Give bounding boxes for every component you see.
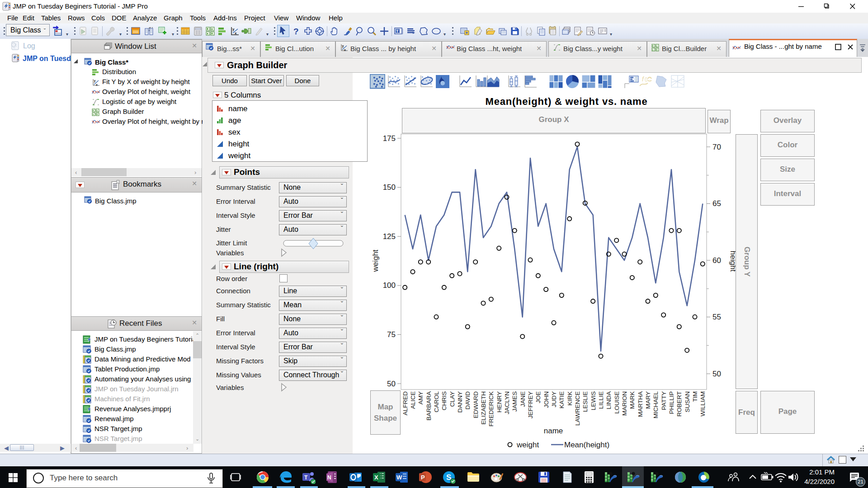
svg-text:BARBARA: BARBARA: [425, 391, 432, 421]
svg-text:75: 75: [387, 330, 396, 339]
svg-text:ELIZABETH: ELIZABETH: [480, 391, 487, 425]
svg-text:P: P: [421, 474, 425, 481]
svg-text:LINDA: LINDA: [605, 391, 612, 409]
svg-text:50: 50: [387, 380, 396, 388]
svg-text:65: 65: [712, 199, 721, 208]
svg-text:JOE: JOE: [535, 391, 542, 403]
svg-text:60: 60: [712, 256, 721, 265]
svg-text:ROBERT: ROBERT: [676, 391, 683, 417]
svg-text:KIRK: KIRK: [566, 391, 573, 406]
svg-text:AMY: AMY: [417, 391, 424, 404]
svg-text:JUDY: JUDY: [551, 391, 557, 407]
svg-text:weight: weight: [371, 249, 380, 272]
svg-text:JEFFREY: JEFFREY: [527, 391, 534, 418]
svg-text:TIM: TIM: [692, 391, 698, 402]
svg-text:T: T: [396, 29, 399, 33]
svg-text:y: y: [94, 79, 96, 83]
svg-text:Log: Log: [23, 42, 35, 50]
svg-text:EDWARD: EDWARD: [472, 391, 479, 418]
svg-text:MICHAEL: MICHAEL: [652, 391, 659, 419]
svg-text:PHILLIP: PHILLIP: [668, 391, 675, 414]
svg-text:FREDERICK: FREDERICK: [488, 391, 495, 427]
svg-text:y: y: [232, 27, 235, 31]
svg-text:JACLYN: JACLYN: [504, 391, 510, 414]
svg-text:50: 50: [712, 370, 721, 378]
svg-text:DANNY: DANNY: [457, 391, 463, 413]
svg-text:?: ?: [293, 27, 299, 36]
svg-text:Mean(height): Mean(height): [564, 441, 609, 449]
svg-text:JMP on Tuesd: JMP on Tuesd: [23, 55, 71, 62]
svg-text:CAROL: CAROL: [433, 391, 440, 413]
svg-text:W: W: [396, 474, 402, 481]
svg-text:JOHN: JOHN: [543, 391, 550, 408]
svg-text:ALFRED: ALFRED: [402, 391, 409, 416]
svg-text:LOUISE: LOUISE: [613, 391, 620, 414]
svg-text:MARION: MARION: [621, 391, 628, 416]
svg-text:N: N: [327, 474, 331, 481]
svg-text:x: x: [344, 48, 346, 52]
svg-text:150: 150: [383, 183, 396, 192]
svg-text:CHRIS: CHRIS: [441, 391, 448, 410]
svg-text:LAWRENCE: LAWRENCE: [574, 391, 581, 426]
svg-text:Mean(height) & weight vs. name: Mean(height) & weight vs. name: [486, 96, 648, 107]
svg-text:LEWIS: LEWIS: [590, 391, 597, 410]
svg-text:LILLIE: LILLIE: [598, 391, 604, 409]
svg-text:CLAY: CLAY: [449, 391, 456, 407]
svg-text:x: x: [235, 31, 237, 35]
svg-text:name: name: [544, 427, 563, 435]
svg-text:X: X: [374, 474, 378, 481]
svg-text:weight: weight: [516, 441, 539, 449]
svg-text:HENRY: HENRY: [496, 391, 503, 413]
svg-text:MARY: MARY: [645, 391, 651, 409]
svg-text:LESLIE: LESLIE: [582, 391, 589, 412]
svg-text:ALICE: ALICE: [410, 391, 416, 409]
svg-text:JANE: JANE: [519, 391, 526, 407]
svg-text:PATTY: PATTY: [660, 391, 667, 410]
svg-text:DAVID: DAVID: [464, 391, 471, 410]
svg-text:KATIE: KATIE: [558, 391, 565, 408]
svg-text:MARTHA: MARTHA: [637, 391, 644, 417]
svg-text:55: 55: [712, 313, 721, 321]
svg-text:WILLIAM: WILLIAM: [699, 391, 706, 417]
svg-text:70: 70: [712, 143, 721, 151]
svg-text:y: y: [342, 44, 344, 48]
svg-text:x: x: [96, 83, 98, 86]
svg-text:JAMES: JAMES: [511, 391, 518, 412]
svg-text:100: 100: [383, 281, 396, 290]
svg-text:T: T: [304, 474, 308, 481]
svg-text:125: 125: [383, 232, 396, 241]
svg-text:SUSAN: SUSAN: [684, 391, 691, 413]
svg-text:175: 175: [383, 134, 396, 143]
svg-text:MARK: MARK: [629, 391, 636, 409]
